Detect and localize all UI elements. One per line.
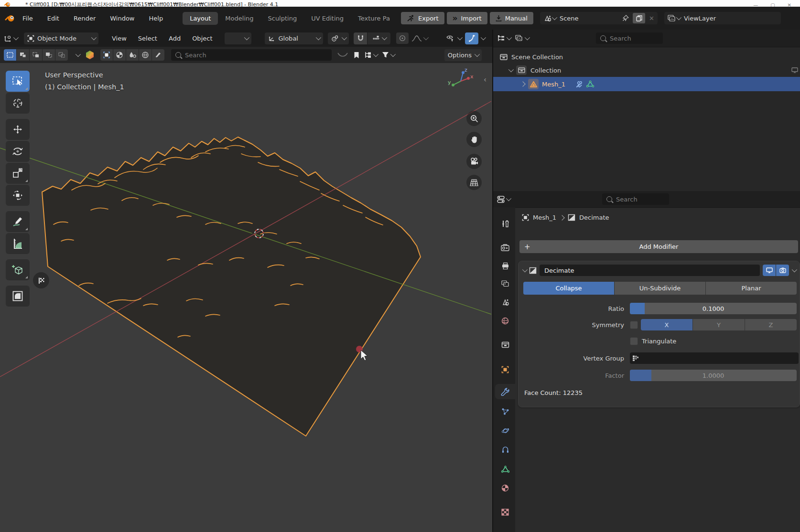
tool-mode-dropdown[interactable] — [225, 32, 251, 44]
options-dropdown[interactable]: Options — [444, 49, 482, 61]
menu-render[interactable]: Render — [66, 15, 103, 22]
tool-rotate[interactable] — [6, 141, 30, 162]
curve-falloff-icon[interactable] — [337, 52, 348, 58]
tab-physics[interactable] — [495, 423, 515, 438]
monitor-toggle-icon[interactable] — [791, 67, 798, 73]
view-layer-selector[interactable]: ViewLayer — [664, 12, 781, 24]
navigation-gizmo[interactable]: y z x — [447, 69, 474, 93]
unlink-scene-icon[interactable]: ✕ — [649, 15, 654, 22]
outliner-row-collection[interactable]: Collection — [493, 64, 800, 77]
select-mode-intersect-button[interactable] — [55, 49, 68, 61]
tab-constraints[interactable] — [495, 442, 515, 458]
tab-render[interactable] — [495, 240, 515, 255]
menu-file[interactable]: File — [15, 15, 40, 22]
select-mode-subtract-button[interactable] — [30, 49, 42, 61]
tool-search-input[interactable]: Search — [171, 49, 332, 61]
add-modifier-button[interactable]: + Add Modifier — [519, 240, 798, 253]
select-mode-invert-button[interactable] — [43, 49, 55, 61]
tab-view-layer[interactable] — [495, 276, 515, 291]
vertex-group-input[interactable] — [630, 352, 799, 364]
breadcrumb-object[interactable]: Mesh_1 — [533, 214, 556, 221]
tool-move[interactable] — [6, 119, 30, 140]
show-gizmo-button[interactable] — [465, 32, 478, 44]
tab-scene[interactable] — [495, 294, 515, 309]
import-button[interactable]: » Import — [447, 12, 487, 24]
export-button[interactable]: Export — [401, 12, 444, 24]
tab-output[interactable] — [495, 258, 515, 273]
bookmark-icon[interactable] — [354, 52, 359, 59]
tab-texture[interactable] — [495, 504, 515, 520]
menu-help[interactable]: Help — [142, 15, 171, 22]
filter-brush-button[interactable] — [152, 49, 164, 61]
axis-x-button[interactable]: X — [641, 319, 692, 330]
outliner-row-scene-collection[interactable]: Scene Collection — [493, 50, 800, 64]
camera-view-button[interactable] — [466, 154, 482, 169]
tab-texture-paint[interactable]: Texture Pa — [351, 12, 397, 25]
panel-extras-chevron-icon[interactable] — [792, 267, 797, 272]
outliner-search-input[interactable]: Search — [596, 32, 663, 44]
tool-cursor[interactable] — [6, 93, 30, 114]
filter-fluid-button[interactable] — [126, 49, 139, 61]
tab-collapse[interactable]: Collapse — [523, 282, 614, 295]
tab-layout[interactable]: Layout — [183, 12, 218, 25]
panel-expand-chevron-icon[interactable] — [522, 267, 528, 272]
axis-y-button[interactable]: Y — [693, 319, 745, 330]
tab-collection[interactable] — [495, 337, 515, 352]
display-render-toggle[interactable] — [776, 265, 789, 276]
pan-button[interactable] — [466, 132, 482, 147]
tab-planar[interactable]: Planar — [706, 282, 797, 295]
blender-menu-logo-icon[interactable] — [5, 15, 15, 22]
pivot-point-dropdown[interactable] — [328, 32, 349, 44]
symmetry-checkbox[interactable] — [630, 321, 638, 329]
zoom-button[interactable] — [466, 111, 482, 126]
tab-object[interactable] — [495, 362, 515, 377]
modifier-name-input[interactable]: Decimate — [540, 265, 760, 276]
menu-select[interactable]: Select — [132, 35, 163, 42]
minimize-icon[interactable]: — — [753, 2, 758, 7]
triangulate-checkbox[interactable] — [630, 337, 638, 345]
tab-modeling[interactable]: Modeling — [218, 12, 260, 25]
snap-settings-dropdown[interactable] — [368, 32, 390, 44]
properties-search-input[interactable]: Search — [602, 193, 669, 205]
viewport-3d[interactable]: User Perspective (1) Collection | Mesh_1… — [0, 63, 492, 532]
editor-type-button[interactable] — [4, 35, 17, 42]
expanded-chevron-icon[interactable] — [508, 67, 514, 72]
tab-sculpting[interactable]: Sculpting — [260, 12, 304, 25]
chevron-down-icon[interactable] — [76, 52, 81, 57]
outliner-display-mode-button[interactable] — [515, 35, 529, 42]
tool-annotate[interactable] — [6, 211, 30, 232]
properties-editor-type-button[interactable] — [497, 196, 510, 203]
ratio-slider[interactable]: 0.1000 — [630, 303, 797, 314]
menu-add[interactable]: Add — [163, 35, 186, 42]
tab-material[interactable] — [495, 480, 515, 496]
tool-measure[interactable] — [6, 233, 30, 254]
pin-icon[interactable] — [622, 15, 629, 21]
tab-uv-editing[interactable]: UV Editing — [304, 12, 351, 25]
menu-window[interactable]: Window — [103, 15, 141, 22]
tab-un-subdivide[interactable]: Un-Subdivide — [615, 282, 705, 295]
tool-select-box[interactable] — [6, 71, 30, 92]
proportional-falloff-dropdown[interactable] — [411, 35, 427, 42]
viewport-popup-button[interactable] — [33, 272, 49, 288]
manual-button[interactable]: Manual — [490, 12, 533, 24]
collapsed-chevron-icon[interactable] — [520, 81, 525, 86]
tool-add-cube[interactable] — [6, 259, 30, 280]
factor-slider[interactable]: 1.0000 — [630, 370, 797, 381]
visibility-dropdown[interactable] — [446, 35, 461, 42]
tool-scale[interactable] — [6, 163, 30, 184]
addon-gradient-hexagon-icon[interactable] — [85, 50, 95, 60]
breadcrumb-modifier[interactable]: Decimate — [579, 214, 609, 221]
snap-toggle-button[interactable] — [354, 32, 367, 44]
close-icon[interactable]: ✕ — [788, 2, 791, 7]
outliner-row-mesh1[interactable]: Mesh_1 — [493, 77, 800, 91]
tool-corner-addon[interactable] — [6, 286, 30, 307]
new-scene-button[interactable] — [633, 13, 645, 23]
axis-z-button[interactable]: Z — [745, 319, 797, 330]
display-viewport-toggle[interactable] — [763, 265, 776, 276]
orthographic-toggle-button[interactable] — [466, 175, 482, 190]
filter-world-button[interactable] — [139, 49, 151, 61]
select-mode-set-button[interactable] — [4, 49, 16, 61]
tab-object-data[interactable] — [495, 461, 515, 477]
select-mode-extend-button[interactable] — [17, 49, 29, 61]
maximize-icon[interactable]: ▢ — [770, 2, 775, 7]
